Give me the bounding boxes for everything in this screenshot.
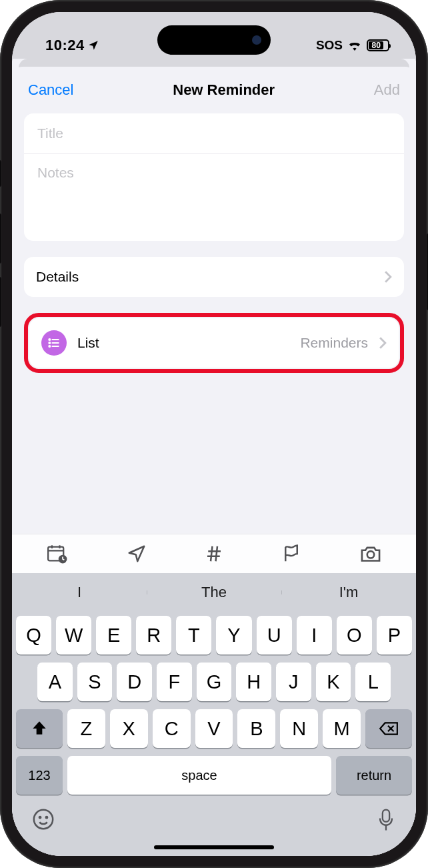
hashtag-icon[interactable] — [204, 544, 224, 564]
key-x[interactable]: X — [110, 709, 148, 748]
battery-level: 80 — [369, 41, 383, 49]
title-notes-card: Title Notes — [24, 113, 404, 241]
svg-point-15 — [367, 551, 374, 558]
svg-point-0 — [49, 339, 50, 340]
suggestion-2[interactable]: The — [147, 584, 281, 601]
key-f[interactable]: F — [157, 663, 192, 701]
key-q[interactable]: Q — [16, 616, 51, 655]
return-key[interactable]: return — [336, 756, 412, 795]
key-r[interactable]: R — [136, 616, 171, 655]
volume-up-button — [0, 213, 1, 264]
key-c[interactable]: C — [153, 709, 191, 748]
key-l[interactable]: L — [355, 663, 391, 701]
svg-point-20 — [46, 817, 47, 818]
shift-key[interactable] — [16, 709, 63, 748]
location-arrow-icon[interactable] — [127, 544, 147, 564]
battery-indicator: 80 — [367, 39, 389, 51]
suggestion-1[interactable]: I — [12, 584, 147, 601]
key-n[interactable]: N — [280, 709, 318, 748]
keyboard: I The I'm QWERTYUIOP ASDFGHJKL ZXCVBNM — [12, 573, 416, 856]
backspace-key[interactable] — [365, 709, 412, 748]
svg-line-14 — [215, 546, 217, 562]
details-card[interactable]: Details — [24, 257, 404, 297]
list-bullet-icon — [41, 330, 67, 356]
svg-point-2 — [49, 342, 50, 344]
iphone-frame: 10:24 SOS 80 Cancel New Reminder Add — [0, 0, 428, 868]
camera-dot — [252, 35, 261, 45]
key-d[interactable]: D — [117, 663, 152, 701]
spacer — [12, 373, 416, 534]
key-u[interactable]: U — [257, 616, 292, 655]
shift-icon — [31, 720, 48, 737]
space-key[interactable]: space — [67, 756, 331, 795]
title-input[interactable]: Title — [24, 113, 404, 154]
key-i[interactable]: I — [297, 616, 332, 655]
key-e[interactable]: E — [96, 616, 131, 655]
key-a[interactable]: A — [37, 663, 73, 701]
key-t[interactable]: T — [176, 616, 211, 655]
wifi-icon — [347, 40, 362, 51]
emoji-key-icon[interactable] — [32, 808, 55, 831]
modal-content: Title Notes Details — [12, 113, 416, 373]
location-icon — [87, 39, 99, 51]
home-indicator[interactable] — [154, 845, 274, 849]
backspace-icon — [379, 721, 399, 737]
svg-point-19 — [39, 817, 41, 818]
key-row-4: 123 space return — [16, 756, 412, 795]
chevron-right-icon — [384, 271, 392, 283]
svg-line-13 — [211, 546, 213, 562]
key-s[interactable]: S — [77, 663, 113, 701]
list-label: List — [77, 335, 289, 351]
dynamic-island — [157, 25, 271, 55]
key-h[interactable]: H — [236, 663, 271, 701]
key-j[interactable]: J — [276, 663, 311, 701]
keyboard-accessory-bar — [12, 534, 416, 573]
volume-down-button — [0, 277, 1, 327]
flag-icon[interactable] — [281, 544, 301, 564]
modal-title: New Reminder — [173, 81, 275, 99]
list-value: Reminders — [300, 335, 368, 351]
key-row-1: QWERTYUIOP — [16, 616, 412, 655]
silent-switch — [0, 160, 1, 187]
notes-input[interactable]: Notes — [24, 154, 404, 241]
key-b[interactable]: B — [237, 709, 275, 748]
screen: 10:24 SOS 80 Cancel New Reminder Add — [12, 12, 416, 856]
key-y[interactable]: Y — [216, 616, 251, 655]
list-card[interactable]: List Reminders — [29, 318, 399, 368]
dictation-key-icon[interactable] — [376, 808, 396, 832]
key-g[interactable]: G — [197, 663, 232, 701]
suggestion-bar: I The I'm — [12, 573, 416, 612]
svg-point-18 — [34, 810, 53, 829]
key-w[interactable]: W — [56, 616, 91, 655]
keyboard-footer — [12, 797, 416, 841]
suggestion-3[interactable]: I'm — [281, 584, 416, 601]
svg-rect-21 — [383, 810, 389, 822]
calendar-clock-icon[interactable] — [46, 544, 69, 564]
key-z[interactable]: Z — [67, 709, 105, 748]
camera-icon[interactable] — [359, 544, 382, 564]
new-reminder-modal: Cancel New Reminder Add Title Notes Deta… — [12, 67, 416, 856]
modal-nav-bar: Cancel New Reminder Add — [12, 67, 416, 113]
key-k[interactable]: K — [316, 663, 351, 701]
key-p[interactable]: P — [377, 616, 412, 655]
key-row-2: ASDFGHJKL — [16, 663, 412, 701]
svg-point-4 — [49, 346, 50, 347]
status-time: 10:24 — [45, 37, 85, 54]
sos-indicator: SOS — [316, 38, 343, 53]
numbers-key[interactable]: 123 — [16, 756, 63, 795]
key-o[interactable]: O — [337, 616, 372, 655]
cancel-button[interactable]: Cancel — [28, 81, 73, 99]
key-v[interactable]: V — [195, 709, 233, 748]
list-row-highlight: List Reminders — [24, 313, 404, 373]
key-row-3: ZXCVBNM — [16, 709, 412, 748]
add-button[interactable]: Add — [374, 81, 400, 99]
chevron-right-icon — [379, 337, 387, 349]
details-label: Details — [36, 269, 373, 285]
key-m[interactable]: M — [323, 709, 361, 748]
